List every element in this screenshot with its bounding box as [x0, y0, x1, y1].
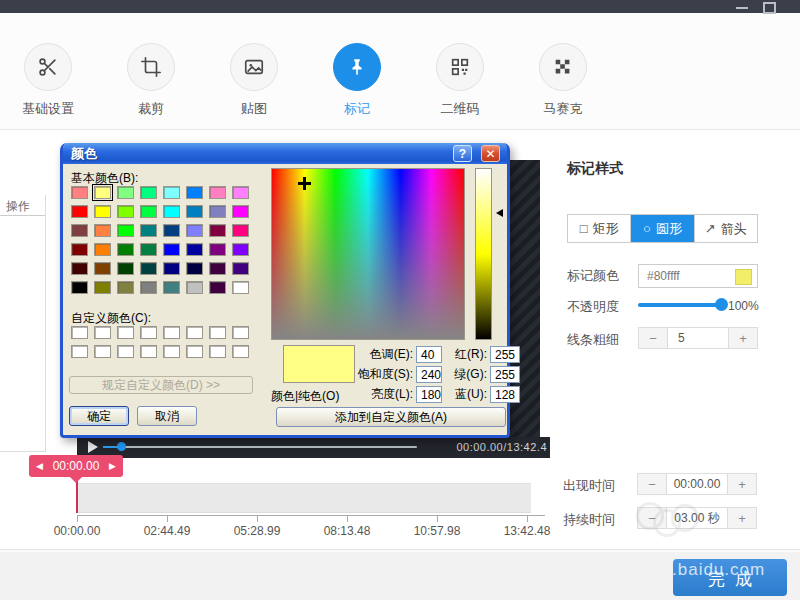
- basic-color-swatch[interactable]: [117, 281, 134, 294]
- basic-color-swatch[interactable]: [94, 243, 111, 256]
- custom-color-swatch[interactable]: [117, 326, 134, 339]
- basic-color-swatch[interactable]: [117, 262, 134, 275]
- hue-field[interactable]: 40: [416, 346, 442, 363]
- marker-color-input[interactable]: #80ffff: [638, 264, 758, 288]
- custom-color-swatch[interactable]: [186, 345, 203, 358]
- shape-rectangle-button[interactable]: □矩形: [568, 215, 630, 242]
- timeline-track[interactable]: [77, 483, 531, 513]
- basic-color-swatch[interactable]: [209, 281, 226, 294]
- saturation-field[interactable]: 240: [416, 366, 442, 383]
- shape-circle-button[interactable]: ○圆形: [630, 215, 693, 242]
- appear-time-value[interactable]: 00:00.00: [667, 474, 727, 494]
- custom-color-swatch[interactable]: [163, 326, 180, 339]
- custom-color-swatch[interactable]: [94, 326, 111, 339]
- custom-color-swatch[interactable]: [209, 345, 226, 358]
- basic-color-swatch[interactable]: [232, 243, 249, 256]
- maximize-icon[interactable]: [763, 2, 776, 14]
- custom-color-swatch[interactable]: [232, 326, 249, 339]
- basic-color-swatch[interactable]: [209, 243, 226, 256]
- basic-color-swatch[interactable]: [140, 243, 157, 256]
- color-dialog-titlebar[interactable]: 颜色 ? ✕: [63, 143, 507, 164]
- basic-color-swatch[interactable]: [163, 186, 180, 199]
- luminance-bar[interactable]: [475, 168, 492, 340]
- custom-color-swatch[interactable]: [163, 345, 180, 358]
- toolbar-item-basic-settings[interactable]: 基础设置: [16, 43, 80, 118]
- line-width-value[interactable]: 5: [668, 328, 728, 348]
- basic-color-swatch[interactable]: [209, 205, 226, 218]
- basic-color-swatch[interactable]: [71, 186, 88, 199]
- blue-field[interactable]: 128: [490, 386, 520, 403]
- toolbar-item-marker[interactable]: 标记: [325, 43, 389, 118]
- shape-arrow-button[interactable]: ↗箭头: [694, 215, 757, 242]
- line-width-minus-button[interactable]: −: [639, 328, 668, 348]
- basic-color-swatch[interactable]: [94, 281, 111, 294]
- basic-color-swatch[interactable]: [186, 281, 203, 294]
- basic-color-swatch[interactable]: [117, 243, 134, 256]
- custom-color-swatch[interactable]: [209, 326, 226, 339]
- basic-color-swatch[interactable]: [117, 224, 134, 237]
- play-icon[interactable]: [88, 441, 98, 453]
- custom-color-swatch[interactable]: [94, 345, 111, 358]
- basic-color-swatch[interactable]: [186, 262, 203, 275]
- cancel-button[interactable]: 取消: [137, 406, 197, 426]
- toolbar-item-qrcode[interactable]: 二维码: [428, 43, 492, 118]
- basic-color-swatch[interactable]: [163, 224, 180, 237]
- add-to-custom-colors-button[interactable]: 添加到自定义颜色(A): [276, 407, 506, 427]
- basic-color-swatch[interactable]: [209, 262, 226, 275]
- color-crosshair-icon[interactable]: [298, 177, 311, 190]
- basic-color-swatch[interactable]: [186, 243, 203, 256]
- playhead-badge[interactable]: ◀ 00:00.00 ▶: [29, 455, 123, 477]
- custom-color-swatch[interactable]: [71, 326, 88, 339]
- playhead-prev-icon[interactable]: ◀: [36, 461, 43, 471]
- appear-time-minus-button[interactable]: −: [638, 474, 667, 494]
- ok-button[interactable]: 确定: [69, 406, 129, 426]
- luminance-field[interactable]: 180: [416, 386, 442, 403]
- custom-color-swatch[interactable]: [117, 345, 134, 358]
- red-field[interactable]: 255: [490, 346, 520, 363]
- basic-color-swatch[interactable]: [140, 224, 157, 237]
- playhead-next-icon[interactable]: ▶: [109, 461, 116, 471]
- help-button[interactable]: ?: [453, 145, 472, 162]
- basic-color-swatch[interactable]: [163, 281, 180, 294]
- close-icon[interactable]: ✕: [481, 145, 500, 162]
- basic-color-swatch[interactable]: [232, 186, 249, 199]
- basic-color-swatch[interactable]: [94, 262, 111, 275]
- toolbar-item-sticker[interactable]: 贴图: [222, 43, 286, 118]
- seek-bar[interactable]: [103, 446, 417, 448]
- custom-color-swatch[interactable]: [232, 345, 249, 358]
- custom-color-swatch[interactable]: [186, 326, 203, 339]
- basic-color-swatch[interactable]: [94, 224, 111, 237]
- basic-color-swatch[interactable]: [186, 186, 203, 199]
- green-field[interactable]: 255: [490, 366, 520, 383]
- appear-time-plus-button[interactable]: +: [727, 474, 756, 494]
- custom-color-swatch[interactable]: [71, 345, 88, 358]
- line-width-plus-button[interactable]: +: [728, 328, 757, 348]
- basic-color-swatch[interactable]: [232, 205, 249, 218]
- basic-color-swatch[interactable]: [232, 281, 249, 294]
- basic-color-swatch[interactable]: [163, 205, 180, 218]
- basic-color-swatch[interactable]: [71, 224, 88, 237]
- basic-color-swatch[interactable]: [117, 205, 134, 218]
- custom-color-swatch[interactable]: [140, 345, 157, 358]
- duration-plus-button[interactable]: +: [727, 508, 756, 528]
- basic-color-swatch[interactable]: [71, 205, 88, 218]
- hue-saturation-field[interactable]: [271, 168, 465, 340]
- basic-color-swatch[interactable]: [232, 224, 249, 237]
- basic-color-swatch[interactable]: [163, 243, 180, 256]
- minimize-icon[interactable]: [736, 7, 748, 9]
- basic-color-swatch[interactable]: [186, 224, 203, 237]
- toolbar-item-mosaic[interactable]: 马赛克: [531, 43, 595, 118]
- opacity-slider[interactable]: [638, 303, 722, 307]
- toolbar-item-crop[interactable]: 裁剪: [119, 43, 183, 118]
- seek-handle[interactable]: [117, 442, 126, 451]
- basic-color-swatch[interactable]: [71, 243, 88, 256]
- basic-color-swatch[interactable]: [232, 262, 249, 275]
- basic-color-swatch[interactable]: [94, 205, 111, 218]
- basic-color-swatch[interactable]: [209, 224, 226, 237]
- basic-color-swatch[interactable]: [163, 262, 180, 275]
- basic-color-swatch[interactable]: [71, 262, 88, 275]
- basic-color-swatch[interactable]: [117, 186, 134, 199]
- custom-color-swatch[interactable]: [140, 326, 157, 339]
- basic-color-swatch[interactable]: [140, 205, 157, 218]
- basic-color-swatch[interactable]: [186, 205, 203, 218]
